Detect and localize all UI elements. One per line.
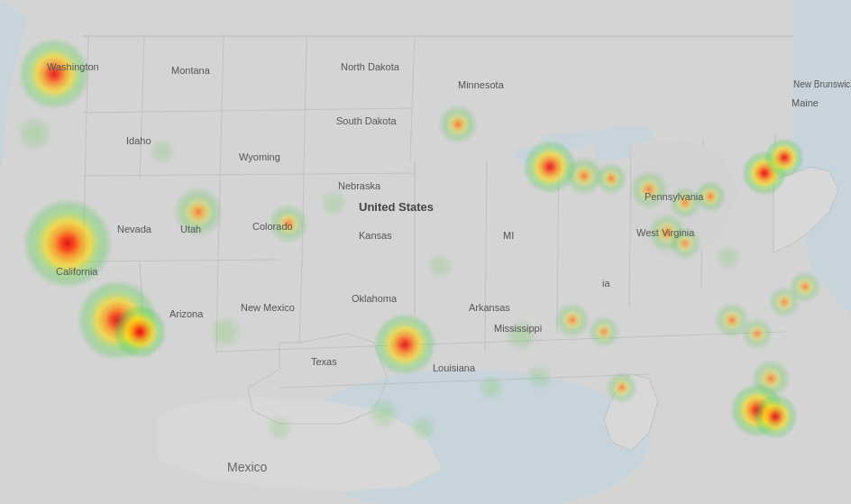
map-container: Washington Montana North Dakota Minnesot…	[0, 0, 851, 504]
base-map	[0, 0, 851, 504]
